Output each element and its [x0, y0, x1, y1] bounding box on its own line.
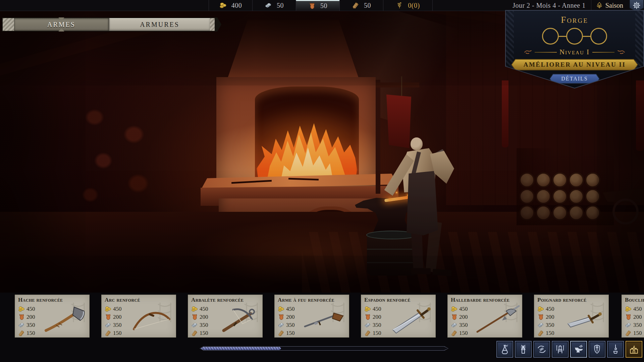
category-tabs: Armes Armures: [2, 17, 221, 32]
cost-list: 450 200 350 150: [105, 305, 122, 337]
cost-gold: 450: [459, 306, 468, 312]
coins-icon: [18, 306, 25, 312]
planks-count: 50: [364, 2, 371, 9]
cost-gold: 450: [633, 306, 642, 312]
firearm-image: [301, 304, 348, 335]
hide-icon: [308, 2, 316, 10]
ingot-icon: [265, 2, 272, 9]
toolbar-crane-button[interactable]: [608, 342, 623, 357]
toolbar-castle-button[interactable]: [626, 342, 642, 357]
cost-hide: 200: [633, 314, 642, 320]
building-title: Forge: [561, 15, 588, 25]
cost-metal: 350: [26, 322, 35, 328]
level-row: Niveau I: [524, 48, 625, 56]
herb-icon: [396, 2, 403, 9]
resource-planks: 50: [339, 0, 383, 11]
cost-gold: 450: [113, 306, 122, 312]
resource-bar: 400 50 50 50 0(0) Jour 2 - Mois 4 - Anne…: [0, 0, 644, 11]
planks-icon: [625, 330, 632, 337]
season-button[interactable]: Saison: [591, 0, 627, 11]
cost-hide: 200: [286, 314, 295, 320]
craft-card-arbalete[interactable]: Arbalète renforcée 450 200 350 150: [187, 294, 263, 338]
cost-metal: 350: [113, 322, 122, 328]
toolbar-forge-button[interactable]: [571, 342, 586, 357]
coins-icon: [625, 306, 632, 312]
flourish-icon: [524, 50, 532, 55]
toolbar-armory-button[interactable]: [589, 342, 605, 357]
cost-metal: 350: [546, 322, 554, 328]
craft-card-bouclier[interactable]: Bouclier renforcé 450 200 350 150: [621, 294, 644, 338]
craft-card-hache[interactable]: Hache renforcée 450 200 350 150: [14, 294, 90, 338]
tab-bar-endcap: [210, 18, 215, 31]
cost-planks: 150: [459, 330, 468, 337]
toolbar-trade-button[interactable]: [534, 342, 549, 357]
details-button[interactable]: Détails: [549, 74, 600, 84]
craft-card-hallebarde[interactable]: Hallebarde renforcée 450 200 350 150: [447, 294, 523, 338]
toolbar-windmill-button[interactable]: [516, 342, 531, 357]
item-name: Bouclier renforcé: [625, 297, 644, 303]
planks-icon: [278, 330, 284, 337]
scrollbar-thumb[interactable]: [201, 347, 281, 350]
craft-card-arc[interactable]: Arc renforcé 450 200 350 150: [101, 294, 176, 338]
upgrade-button[interactable]: Améliorer au niveau II: [511, 59, 638, 70]
item-name: Arc renforcé: [105, 297, 140, 303]
planks-icon: [537, 330, 544, 337]
level-indicator: [542, 28, 607, 45]
item-name: Poignard renforcé: [537, 297, 587, 303]
planks-icon: [352, 2, 359, 9]
halberd-image: [474, 304, 521, 335]
craft-card-arme-a-feu[interactable]: Arme à feu renforcée 450 200 350 150: [274, 294, 350, 338]
cost-planks: 150: [113, 330, 122, 337]
ingot-icon: [537, 322, 544, 328]
crane-icon: [610, 344, 621, 355]
herbs-count: 0(0): [408, 2, 420, 9]
cost-planks: 150: [200, 330, 208, 337]
ingot-icon: [105, 322, 111, 328]
resource-hide: 50: [296, 0, 339, 11]
craft-list-scrollbar[interactable]: [200, 346, 448, 351]
crossbow-image: [214, 304, 261, 335]
cost-gold: 450: [373, 306, 381, 312]
game-screen: 400 50 50 50 0(0) Jour 2 - Mois 4 - Anne…: [0, 0, 644, 362]
ornament-line: [535, 52, 557, 53]
tab-bar-endcap: [3, 18, 14, 31]
coins-icon: [364, 306, 371, 312]
hide-count: 50: [320, 2, 327, 10]
coins-icon: [191, 306, 198, 312]
cost-metal: 350: [373, 322, 381, 328]
level-slot: [566, 28, 583, 45]
hide-icon: [625, 314, 632, 320]
tab-armes[interactable]: Armes: [14, 18, 109, 31]
planks-icon: [451, 330, 458, 337]
game-date: Jour 2 - Mois 4 - Annee 1: [513, 2, 591, 9]
toolbar-alchemy-button[interactable]: [497, 342, 513, 357]
throne-icon: [555, 344, 566, 355]
ingot-icon: [625, 322, 632, 328]
bow-image: [128, 304, 175, 335]
item-name: Hache renforcée: [18, 297, 63, 303]
resource-herbs: 0(0): [383, 0, 433, 11]
cost-gold: 450: [286, 306, 295, 312]
toolbar-throne-button[interactable]: [552, 342, 568, 357]
cost-hide: 200: [113, 314, 122, 320]
cost-planks: 150: [286, 330, 295, 337]
building-toolbar: [497, 342, 642, 357]
gear-icon: [633, 1, 641, 9]
greatsword-image: [387, 304, 434, 335]
cost-list: 450 200 350 150: [451, 305, 468, 337]
coins-icon: [278, 306, 284, 312]
planks-icon: [18, 330, 25, 337]
cost-gold: 450: [546, 306, 554, 312]
item-name: Arbalète renforcée: [191, 297, 244, 303]
flask-icon: [499, 344, 510, 355]
cost-metal: 350: [459, 322, 468, 328]
craft-card-poignard[interactable]: Poignard renforcé 450 200 350 150: [534, 294, 609, 338]
craft-card-espadon[interactable]: Espadon renforcé 450 200 350 150: [361, 294, 436, 338]
hide-icon: [191, 314, 198, 320]
metal-count: 50: [277, 2, 284, 9]
cost-list: 450 200 350 150: [191, 305, 208, 337]
resource-gold: 400: [209, 0, 252, 11]
tab-armures[interactable]: Armures: [109, 18, 210, 31]
cost-planks: 150: [373, 330, 381, 337]
level-slot: [542, 28, 559, 45]
